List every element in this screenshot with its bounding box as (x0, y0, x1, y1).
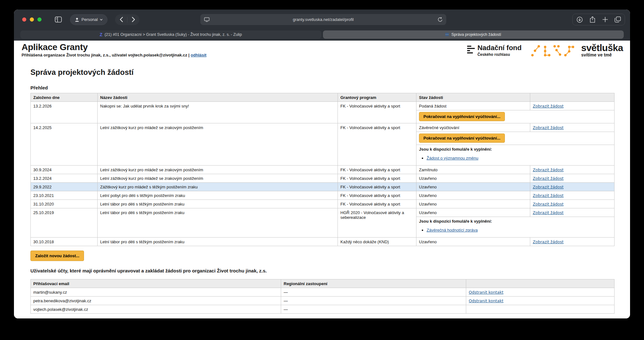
user-region: — (281, 305, 466, 314)
cesky-rozhlas-icon (467, 44, 475, 55)
application-status: Uzavřeno (416, 200, 530, 208)
application-forms-cell: Jsou k dispozici fomuláře k vyplnění:Žád… (416, 145, 615, 166)
logout-link[interactable]: odhlásit (191, 53, 207, 57)
user-row: vojtech.polasek@zivotjinak.cz— (31, 305, 615, 314)
application-status: Závěrečné vyúčtování (416, 123, 530, 132)
application-row: 13.2.2024Letní zážitkový kurz pro mládež… (31, 174, 615, 183)
forms-list: Žádost o významnou změnu (427, 155, 612, 161)
application-row: 25.10.2019Letní tábor pro děti s těžkým … (31, 208, 615, 217)
sidebar-toggle-button[interactable] (55, 16, 62, 23)
address-bar[interactable]: granty.svetluska.net/zadatel/profil (200, 14, 446, 25)
svetluska-subtitle: svítíme ve tmě (581, 52, 623, 57)
application-date: 14.2.2025 (31, 123, 98, 166)
continue-settlement-button[interactable]: Pokračovat na vyplňování vyúčtování... (419, 134, 505, 143)
web-page: Aplikace Granty Přihlášená organizace Ži… (14, 41, 630, 318)
application-program: FK - Volnočasové aktivity a sport (338, 123, 416, 166)
browser-toolbar: Personal granty.svetluska.net/zadatel/pr… (14, 10, 630, 29)
zulip-favicon: Z (100, 32, 102, 37)
tab-bar: Z (21) #01 Organizacni > Grant Svetluska… (14, 29, 630, 41)
user-email: vojtech.polasek@zivotjinak.cz (31, 305, 281, 314)
tab-zulip[interactable]: Z (21) #01 Organizacni > Grant Svetluska… (20, 30, 321, 39)
application-row: 31.10.2020Letní tábor pro děti s těžkým … (31, 200, 615, 208)
application-program: HGŘ 2020 - Volnočasové aktivity a sebere… (338, 208, 416, 238)
close-window-button[interactable] (22, 17, 26, 22)
view-application-link[interactable]: Zobrazit žádost (533, 176, 564, 181)
application-button-cell: Pokračovat na vyplňování vyúčtování... (416, 132, 615, 145)
profile-menu-button[interactable]: Personal (70, 14, 107, 25)
application-row: 23.10.2021Letní pobyt pro děti s těžkým … (31, 191, 615, 200)
minimize-window-button[interactable] (30, 17, 34, 22)
back-button[interactable] (115, 14, 127, 25)
application-status: Uzavřeno (416, 238, 530, 246)
user-email: martin@sukany.cz (31, 288, 281, 297)
reload-icon[interactable] (438, 17, 443, 22)
application-actions: Zobrazit žádost (530, 183, 615, 191)
application-row-group: 30.10.2018Letní tábor pro děti s těžkým … (31, 238, 615, 246)
overview-heading: Přehled (30, 85, 614, 90)
application-name: Letní zážitkový kurz pro mládež se zrako… (98, 166, 338, 174)
view-application-link[interactable]: Zobrazit žádost (533, 239, 564, 244)
application-row: 29.9.2022Zážitkový kurz pro mládež s těž… (31, 183, 615, 191)
application-name: Letní pobyt pro děti s těžkým postižením… (98, 191, 338, 200)
application-name: Nakopni se: Jak udělat prvník krok za sv… (98, 102, 338, 123)
nadacni-fond-subtitle: Českého rozhlasu (477, 52, 521, 57)
application-name: Letní zážitkový kurz pro mládež se zrako… (98, 123, 338, 166)
users-heading: Uživatelské účty, které mají oprávnění u… (30, 268, 614, 273)
view-application-link[interactable]: Zobrazit žádost (533, 185, 564, 189)
application-name: Letní tábor pro děti s těžkým postižením… (98, 208, 338, 238)
col-header-email: Přihlašovací email (31, 279, 281, 288)
application-program: Každý něco dokáže (KND) (338, 238, 416, 246)
form-link[interactable]: Žádost o významnou změnu (427, 156, 478, 160)
forms-list-item: Žádost o významnou změnu (427, 155, 612, 161)
application-date: 29.9.2022 (31, 183, 98, 191)
page-settings-icon[interactable] (204, 17, 209, 22)
application-name: Zážitkový kurz pro mládež s těžkým posti… (98, 183, 338, 191)
application-actions: Zobrazit žádost (530, 208, 615, 217)
col-header-user-actions (466, 279, 615, 288)
tab-title: (21) #01 Organizacni > Grant Svetluska (… (105, 32, 242, 37)
navigation-buttons (115, 14, 139, 25)
application-date: 31.10.2020 (31, 200, 98, 208)
new-application-button[interactable]: Založit novou žádost... (30, 251, 84, 261)
view-application-link[interactable]: Zobrazit žádost (533, 193, 564, 198)
toolbar-right-buttons (572, 14, 625, 25)
continue-settlement-button[interactable]: Pokračovat na vyplňování vyúčtování... (419, 112, 505, 121)
zoom-window-button[interactable] (37, 17, 42, 22)
share-button[interactable] (587, 15, 598, 24)
form-link[interactable]: Závěrečná hodnotící zpráva (427, 228, 478, 232)
user-row: martin@sukany.cz—Odstranit kontakt (31, 288, 615, 297)
downloads-button[interactable] (574, 15, 585, 24)
remove-contact-link[interactable]: Odstranit kontakt (469, 290, 503, 295)
application-date: 25.10.2019 (31, 208, 98, 238)
users-table-header-row: Přihlašovací email Regionální zastoupení (31, 279, 615, 288)
tab-title: Správa projektových žádostí (451, 32, 501, 37)
view-application-link[interactable]: Zobrazit žádost (533, 210, 564, 215)
remove-contact-link[interactable]: Odstranit kontakt (469, 298, 503, 303)
application-row-group: 30.9.2024Letní zážitkový kurz pro mládež… (31, 166, 615, 174)
application-row-group: 31.10.2020Letní tábor pro děti s těžkým … (31, 200, 615, 208)
svetluska-logo: světluška svítíme ve tmě (530, 43, 623, 58)
user-region: — (281, 288, 466, 297)
application-name: Letní tábor pro děti s těžkým postižením… (98, 238, 338, 246)
svetluska-title: světluška (581, 43, 623, 53)
view-application-link[interactable]: Zobrazit žádost (533, 202, 564, 206)
application-name: Letní tábor pro děti s těžkým postižením… (98, 200, 338, 208)
application-row-group: 14.2.2025Letní zážitkový kurz pro mládež… (31, 123, 615, 166)
application-status: Zamítnuto (416, 166, 530, 174)
view-application-link[interactable]: Zobrazit žádost (533, 104, 564, 108)
user-actions (466, 305, 615, 314)
forward-button[interactable] (127, 14, 139, 25)
person-icon (75, 17, 79, 22)
svetluska-dots-icon (530, 43, 577, 58)
tab-overview-button[interactable] (612, 15, 623, 24)
application-program: FK - Volnočasové aktivity a sport (338, 191, 416, 200)
application-row-group: 23.10.2021Letní pobyt pro děti s těžkým … (31, 191, 615, 200)
application-button-cell: Pokračovat na vyplňování vyúčtování... (416, 110, 615, 123)
view-application-link[interactable]: Zobrazit žádost (533, 125, 564, 130)
application-status: Uzavřeno (416, 174, 530, 183)
view-application-link[interactable]: Zobrazit žádost (533, 167, 564, 172)
page-title: Správa projektových žádostí (30, 68, 614, 77)
new-tab-button[interactable] (599, 15, 611, 24)
application-row-group: 13.2.2024Letní zážitkový kurz pro mládež… (31, 174, 615, 183)
tab-sprava-zadosti[interactable]: Správa projektových žádostí (323, 30, 624, 39)
